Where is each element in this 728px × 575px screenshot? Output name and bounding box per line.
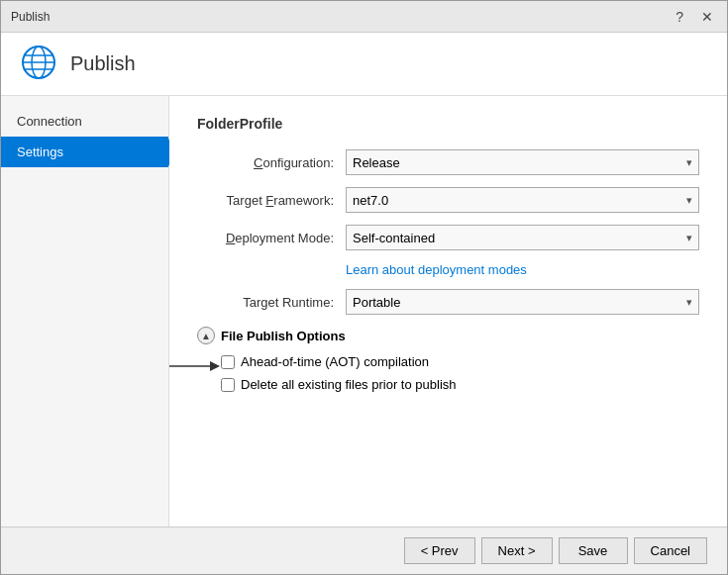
aot-row: Ahead-of-time (AOT) compilation	[221, 354, 699, 369]
aot-label[interactable]: Ahead-of-time (AOT) compilation	[241, 354, 429, 369]
sidebar-item-connection[interactable]: Connection	[1, 106, 168, 137]
globe-icon	[21, 45, 56, 83]
title-bar-text: Publish	[11, 10, 50, 24]
target-framework-select-wrapper[interactable]: net7.0 net6.0 net8.0	[346, 187, 699, 213]
deployment-mode-row: Deployment Mode: Self-contained Framewor…	[197, 225, 699, 250]
page-title: Publish	[70, 52, 136, 75]
publish-dialog: Publish ? ✕ Publish Connection Se	[0, 0, 728, 575]
target-framework-select[interactable]: net7.0 net6.0 net8.0	[347, 188, 698, 212]
footer: < Prev Next > Save Cancel	[1, 527, 727, 574]
sidebar-item-settings[interactable]: Settings	[1, 137, 168, 167]
aot-container: Do not check this Ahead-of-time (AOT) co…	[197, 354, 699, 369]
title-bar-controls: ? ✕	[672, 7, 717, 27]
save-button[interactable]: Save	[559, 537, 628, 564]
file-publish-title: File Publish Options	[221, 329, 346, 343]
target-runtime-row: Target Runtime: Portable win-x64 win-x86…	[197, 289, 699, 315]
file-publish-header: ▲ File Publish Options	[197, 327, 699, 344]
next-button[interactable]: Next >	[481, 537, 553, 564]
deployment-mode-select-wrapper[interactable]: Self-contained Framework-dependent	[346, 225, 699, 250]
target-runtime-select[interactable]: Portable win-x64 win-x86 linux-x64 osx-x…	[347, 290, 698, 314]
svg-marker-6	[210, 361, 220, 371]
configuration-label: Configuration:	[197, 155, 346, 170]
aot-checkbox[interactable]	[221, 355, 235, 369]
annotation: Do not check this	[169, 356, 222, 376]
file-publish-section: ▲ File Publish Options Do not check this	[197, 327, 699, 392]
title-bar: Publish ? ✕	[1, 1, 727, 33]
configuration-row: Configuration: Release Debug	[197, 149, 699, 175]
section-title: FolderProfile	[197, 116, 699, 132]
configuration-select[interactable]: Release Debug	[347, 150, 698, 174]
delete-files-row: Delete all existing files prior to publi…	[221, 377, 699, 392]
target-runtime-select-wrapper[interactable]: Portable win-x64 win-x86 linux-x64 osx-x…	[346, 289, 699, 315]
close-button[interactable]: ✕	[697, 7, 717, 27]
content-area: Connection Settings FolderProfile Config…	[1, 96, 727, 527]
annotation-arrow	[169, 356, 222, 376]
sidebar: Connection Settings	[1, 96, 169, 527]
delete-files-checkbox[interactable]	[221, 378, 235, 392]
target-framework-label: Target Framework:	[197, 193, 346, 208]
header-section: Publish	[1, 33, 727, 96]
main-content: FolderProfile Configuration: Release Deb…	[169, 96, 727, 527]
target-framework-row: Target Framework: net7.0 net6.0 net8.0	[197, 187, 699, 213]
title-bar-left: Publish	[11, 10, 50, 24]
target-runtime-label: Target Runtime:	[197, 295, 346, 310]
deployment-mode-select[interactable]: Self-contained Framework-dependent	[347, 226, 698, 249]
cancel-button[interactable]: Cancel	[634, 537, 707, 564]
configuration-select-wrapper[interactable]: Release Debug	[346, 149, 699, 175]
collapse-button[interactable]: ▲	[197, 327, 215, 344]
delete-files-label[interactable]: Delete all existing files prior to publi…	[241, 377, 457, 392]
deployment-mode-label: Deployment Mode:	[197, 231, 346, 245]
help-button[interactable]: ?	[672, 7, 687, 27]
learn-link[interactable]: Learn about deployment modes	[346, 262, 699, 277]
prev-button[interactable]: < Prev	[404, 537, 475, 564]
